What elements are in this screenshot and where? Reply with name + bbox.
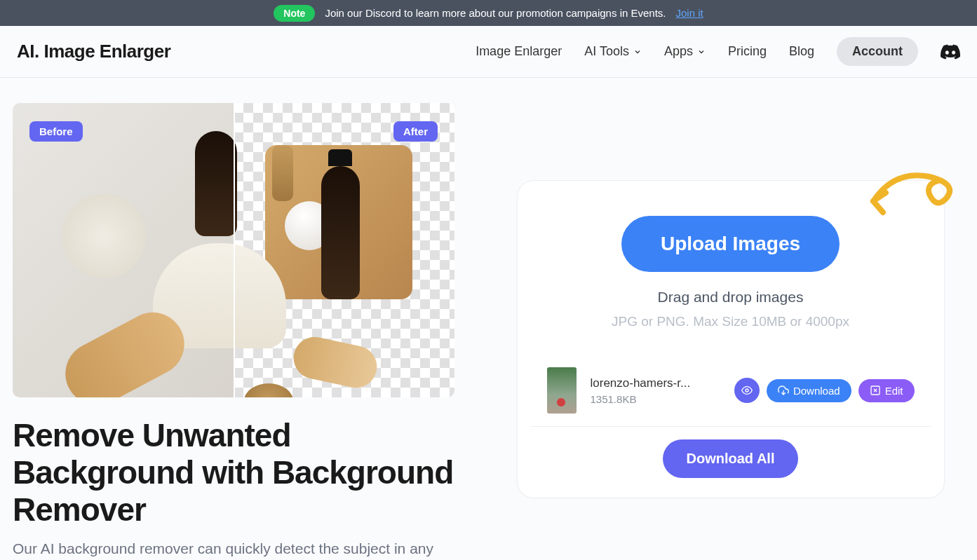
- nav-blog[interactable]: Blog: [789, 44, 814, 59]
- nav: Image Enlarger AI Tools Apps Pricing Blo…: [476, 37, 960, 66]
- nav-image-enlarger[interactable]: Image Enlarger: [476, 44, 562, 59]
- upload-button[interactable]: Upload Images: [621, 216, 840, 272]
- right-column: Upload Images Drag and drop images JPG o…: [497, 103, 964, 560]
- product-bottle: [195, 131, 237, 236]
- file-size: 1351.8KB: [591, 393, 720, 405]
- file-row: lorenzo-hamers-r... 1351.8KB Download Ed…: [530, 362, 931, 427]
- download-button[interactable]: Download: [767, 379, 851, 402]
- upload-spec-text: JPG or PNG. Max Size 10MB or 4000px: [530, 314, 931, 329]
- file-info: lorenzo-hamers-r... 1351.8KB: [591, 376, 720, 405]
- after-badge: After: [393, 121, 438, 142]
- product-pump-bottle: [321, 166, 360, 299]
- drag-drop-text: Drag and drop images: [530, 289, 931, 306]
- before-badge: Before: [29, 121, 83, 142]
- compare-image: Before After: [13, 103, 454, 397]
- svg-point-0: [746, 389, 748, 392]
- nav-account[interactable]: Account: [837, 37, 918, 66]
- product-loofah: [62, 194, 146, 278]
- nav-apps[interactable]: Apps: [664, 44, 706, 59]
- hero-title: Remove Unwanted Background with Backgrou…: [13, 417, 454, 528]
- logo[interactable]: AI. Image Enlarger: [17, 41, 170, 62]
- cloud-download-icon: [778, 385, 789, 396]
- discord-icon[interactable]: [941, 44, 960, 60]
- arrow-decoration-icon: [866, 159, 971, 229]
- chevron-down-icon: [633, 48, 642, 56]
- edit-button[interactable]: Edit: [858, 379, 915, 402]
- nav-apps-label: Apps: [664, 44, 693, 59]
- preview-button[interactable]: [734, 378, 760, 403]
- file-thumbnail[interactable]: [547, 367, 577, 414]
- compare-divider[interactable]: [234, 103, 235, 397]
- chevron-down-icon: [697, 48, 706, 56]
- note-bar: Note Join our Discord to learn more abou…: [0, 0, 977, 26]
- nav-ai-tools[interactable]: AI Tools: [584, 44, 642, 59]
- hero-description: Our AI background remover can quickly de…: [13, 538, 440, 560]
- edit-icon: [870, 385, 881, 396]
- product-small-bottle: [272, 145, 293, 201]
- header: AI. Image Enlarger Image Enlarger AI Too…: [0, 26, 977, 78]
- nav-pricing[interactable]: Pricing: [728, 44, 767, 59]
- note-join-link[interactable]: Join it: [676, 7, 703, 19]
- edit-label: Edit: [885, 385, 903, 397]
- file-name: lorenzo-hamers-r...: [591, 376, 720, 390]
- download-label: Download: [793, 385, 840, 397]
- download-all-button[interactable]: Download All: [663, 439, 799, 478]
- main-content: Before After Remove Unwanted Background …: [0, 78, 977, 560]
- eye-icon: [741, 385, 753, 396]
- note-badge: Note: [274, 5, 315, 22]
- left-column: Before After Remove Unwanted Background …: [13, 103, 454, 560]
- file-actions: Download Edit: [734, 378, 915, 403]
- nav-ai-tools-label: AI Tools: [584, 44, 629, 59]
- note-text: Join our Discord to learn more about our…: [325, 7, 666, 19]
